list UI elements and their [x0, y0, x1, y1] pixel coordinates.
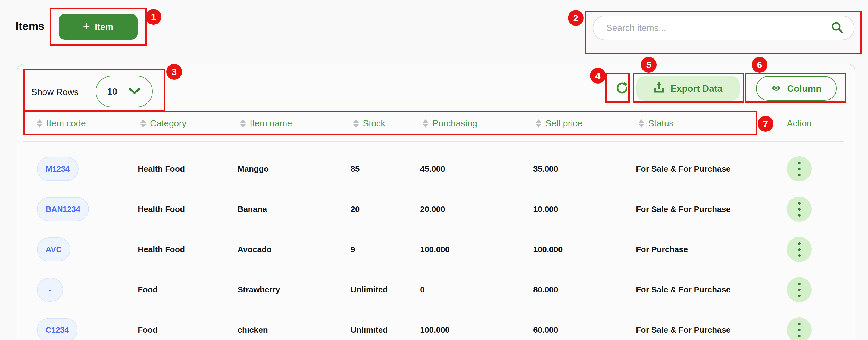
item-code-badge: AVC	[37, 237, 70, 261]
cell-action	[765, 277, 833, 302]
items-page: Items + Item Show Rows 10	[0, 0, 868, 340]
export-data-label: Export Data	[671, 83, 723, 94]
column-header-label: Action	[787, 118, 812, 129]
column-header-purchasing[interactable]: Purchasing	[420, 118, 533, 129]
cell-purchasing: 0	[420, 285, 533, 294]
cell-purchasing: 20.000	[420, 204, 533, 214]
column-header-action: Action	[765, 118, 833, 129]
items-card: Show Rows 10	[17, 64, 856, 340]
item-code-badge: C1234	[37, 318, 78, 340]
sort-arrows-icon	[353, 119, 359, 128]
table-row: C1234FoodchickenUnlimited100.00060.000Fo…	[34, 310, 833, 340]
kebab-menu-icon	[798, 162, 801, 164]
cell-purchasing: 45.000	[420, 164, 533, 173]
cell-item-code: -	[34, 278, 138, 302]
cell-action	[765, 197, 833, 222]
export-data-button[interactable]: Export Data	[637, 76, 740, 101]
sort-arrows-icon	[37, 119, 42, 128]
cell-status: For Sale & For Purchase	[636, 285, 765, 294]
search-input[interactable]	[606, 23, 831, 33]
chevron-down-icon	[129, 88, 140, 95]
column-header-item-name[interactable]: Item name	[238, 118, 350, 129]
sort-arrows-icon	[536, 119, 541, 128]
column-header-label: Stock	[363, 118, 385, 129]
column-header-label: Category	[150, 118, 186, 129]
column-label: Column	[787, 83, 822, 94]
cell-category: Food	[138, 285, 238, 294]
cell-purchasing: 100.000	[420, 245, 533, 254]
cell-name: Manggo	[238, 164, 350, 173]
cell-stock: Unlimited	[350, 285, 420, 294]
column-header-item-code[interactable]: Item code	[34, 118, 138, 129]
cell-status: For Purchase	[636, 245, 765, 254]
cell-name: Strawberry	[238, 285, 350, 294]
search-box	[593, 16, 855, 40]
cell-status: For Sale & For Purchase	[636, 204, 765, 214]
item-code-badge: M1234	[37, 157, 79, 181]
sort-arrows-icon	[639, 119, 644, 128]
plus-icon: +	[83, 20, 90, 32]
cell-category: Health Food	[138, 204, 238, 214]
add-item-label: Item	[95, 22, 113, 32]
cell-purchasing: 100.000	[420, 325, 533, 335]
rows-per-page-value: 10	[107, 86, 117, 97]
cell-name: chicken	[238, 325, 350, 335]
cell-action	[765, 317, 833, 340]
column-header-stock[interactable]: Stock	[350, 118, 420, 129]
header-separator	[23, 141, 844, 142]
column-header-label: Item name	[250, 118, 292, 129]
cell-sell-price: 60.000	[533, 325, 636, 335]
cell-category: Health Food	[138, 164, 238, 173]
cell-category: Health Food	[138, 245, 238, 254]
column-header-label: Sell price	[546, 118, 582, 129]
cell-category: Food	[138, 325, 238, 335]
table-body: M1234Health FoodManggo8545.00035.000For …	[34, 149, 833, 340]
column-header-status[interactable]: Status	[636, 118, 765, 129]
cell-sell-price: 35.000	[533, 164, 636, 173]
cell-stock: 85	[350, 164, 420, 173]
row-actions-button[interactable]	[787, 157, 812, 181]
refresh-button[interactable]	[613, 76, 631, 101]
kebab-menu-icon	[798, 202, 801, 204]
cell-status: For Sale & For Purchase	[636, 325, 765, 335]
cell-item-code: C1234	[34, 318, 138, 340]
row-actions-button[interactable]	[787, 197, 812, 222]
add-item-button[interactable]: + Item	[59, 14, 137, 40]
cell-item-code: M1234	[34, 157, 138, 181]
column-header-category[interactable]: Category	[138, 118, 238, 129]
kebab-menu-icon	[798, 323, 801, 325]
cell-item-code: BAN1234	[34, 197, 138, 221]
row-actions-button[interactable]	[787, 317, 812, 340]
upload-icon	[654, 82, 664, 95]
table-row: BAN1234Health FoodBanana2020.00010.000Fo…	[34, 189, 833, 229]
table-row: AVCHealth FoodAvocado9100.000100.000For …	[34, 229, 833, 270]
cell-sell-price: 10.000	[533, 204, 636, 214]
page-title: Items	[16, 20, 44, 32]
item-code-badge: BAN1234	[37, 197, 89, 221]
row-actions-button[interactable]	[787, 237, 812, 262]
table-header-row: Item codeCategoryItem nameStockPurchasin…	[34, 111, 833, 136]
row-actions-button[interactable]	[787, 277, 812, 302]
cell-stock: 9	[350, 245, 420, 254]
rows-per-page-select[interactable]: 10	[96, 76, 153, 107]
table-row: M1234Health FoodManggo8545.00035.000For …	[34, 149, 833, 189]
cell-sell-price: 100.000	[533, 245, 636, 254]
kebab-menu-icon	[798, 283, 801, 285]
column-header-label: Status	[648, 118, 674, 129]
sort-arrows-icon	[240, 119, 246, 128]
annotation-badge-1: 1	[146, 9, 161, 25]
search-icon[interactable]	[831, 21, 843, 35]
cell-stock: 20	[350, 204, 420, 214]
sort-arrows-icon	[423, 119, 428, 128]
cell-sell-price: 80.000	[533, 285, 636, 294]
cell-status: For Sale & For Purchase	[636, 164, 765, 173]
column-header-label: Purchasing	[432, 118, 477, 129]
cell-item-code: AVC	[34, 237, 138, 261]
cell-stock: Unlimited	[350, 325, 420, 335]
column-header-sell-price[interactable]: Sell price	[533, 118, 636, 129]
table-row: -FoodStrawberryUnlimited080.000For Sale …	[34, 270, 833, 310]
column-visibility-button[interactable]: Column	[756, 76, 837, 101]
cell-name: Avocado	[238, 245, 350, 254]
sort-arrows-icon	[141, 119, 146, 128]
refresh-icon	[616, 82, 628, 95]
